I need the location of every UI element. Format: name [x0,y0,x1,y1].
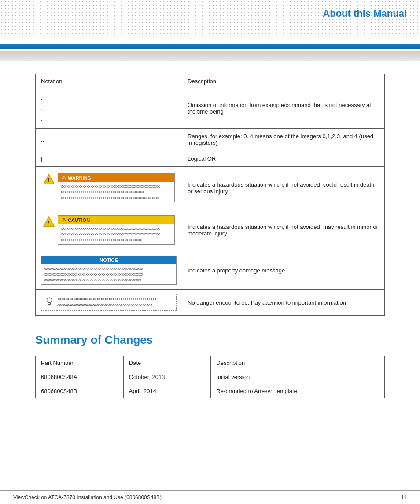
footer: ViewCheck on ATCA-7370 Installation and … [0,490,420,504]
tip-text: xxxxxxxxxxxxxxxxxxxxxxxxxxxxxxxxxxxxxxxx… [57,296,173,307]
notation-cell: .. [36,129,182,151]
notation-cell: ! ⚠ CAUTION xxxxxxxxxxxxxxxxxxxxxxxxxxxx… [36,209,182,251]
svg-line-8 [46,298,47,299]
svg-text:!: ! [48,219,50,226]
lightbulb-icon [44,296,55,309]
description-cell: Re-branded to Artesyn template. [211,384,385,398]
caution-icon-area: ! ⚠ CAUTION xxxxxxxxxxxxxxxxxxxxxxxxxxxx… [41,213,177,246]
date-col-header: Date [123,356,210,370]
table-row: | Logical OR [36,151,385,167]
table-row: .. Ranges, for example: 0..4 means one o… [36,129,385,151]
dots-notation: ... [41,93,177,124]
caution-content: ⚠ CAUTION xxxxxxxxxxxxxxxxxxxxxxxxxxxxxx… [58,215,175,245]
warning-content: ⚠ WARNING xxxxxxxxxxxxxxxxxxxxxxxxxxxxxx… [58,173,175,202]
part-number-cell: 6806800S48A [36,370,124,384]
notation-cell: | [36,151,182,167]
warning-text: xxxxxxxxxxxxxxxxxxxxxxxxxxxxxxxxxxxxxxxx… [61,184,160,199]
caution-triangle-icon: ! [43,215,55,228]
warning-header: ⚠ WARNING [58,173,174,182]
notation-cell: NOTICE xxxxxxxxxxxxxxxxxxxxxxxxxxxxxxxxx… [36,251,182,290]
warning-body: xxxxxxxxxxxxxxxxxxxxxxxxxxxxxxxxxxxxxxxx… [58,182,174,202]
part-number-col-header: Part Number [36,356,124,370]
page-title: About this Manual [323,8,407,19]
description-col-header: Description [182,74,385,88]
table-row: ! ⚠ WARNING xxxxxxxxxxxxxxxxxxxxxxxxxxxx… [36,167,385,209]
caution-text: xxxxxxxxxxxxxxxxxxxxxxxxxxxxxxxxxxxxxxxx… [61,226,160,242]
header: About this Manual [0,0,420,44]
table-row: ... Omission of information from example… [36,88,385,129]
svg-text:!: ! [48,177,50,184]
warning-label: WARNING [68,175,91,180]
description-cell: Ranges, for example: 0..4 means one of t… [182,129,385,151]
dotdot-notation: .. [41,136,44,143]
caution-header: ⚠ CAUTION [58,216,174,224]
part-number-cell: 6806800S48B [36,384,124,398]
footer-left-text: ViewCheck on ATCA-7370 Installation and … [13,494,162,500]
pipe-notation: | [41,155,42,162]
notation-table: Notation Description ... Omission of inf… [35,74,385,316]
warning-triangle-icon: ! [43,173,55,185]
description-cell: Initial version [211,370,385,384]
caution-triangle-small: ⚠ [62,217,66,223]
notation-cell: ... [36,88,182,129]
notation-cell: ! ⚠ WARNING xxxxxxxxxxxxxxxxxxxxxxxxxxxx… [36,167,182,209]
blue-bar [0,44,420,49]
description-cell: Indicates a hazardous situation which, i… [182,167,385,209]
description-col-header: Description [211,356,385,370]
table-row: 6806800S48B April, 2014 Re-branded to Ar… [36,384,385,398]
table-row: xxxxxxxxxxxxxxxxxxxxxxxxxxxxxxxxxxxxxxxx… [36,290,385,316]
description-cell: Indicates a property damage message [182,251,385,290]
notation-col-header: Notation [36,74,182,88]
notice-text: xxxxxxxxxxxxxxxxxxxxxxxxxxxxxxxxxxxxxxxx… [44,266,143,282]
notice-header: NOTICE [41,256,176,264]
description-cell: Omission of information from example/com… [182,88,385,129]
warning-triangle-small: ⚠ [62,175,66,180]
summary-section-title: Summary of Changes [35,333,385,347]
svg-point-4 [47,298,52,303]
warning-box: ⚠ WARNING xxxxxxxxxxxxxxxxxxxxxxxxxxxxxx… [58,173,175,202]
header-title-area: About this Manual [323,0,420,24]
tip-box: xxxxxxxxxxxxxxxxxxxxxxxxxxxxxxxxxxxxxxxx… [41,294,177,311]
description-cell: No danger encountered. Pay attention to … [182,290,385,316]
date-cell: October, 2013 [123,370,210,384]
notice-box: NOTICE xxxxxxxxxxxxxxxxxxxxxxxxxxxxxxxxx… [41,256,177,285]
main-content: Notation Description ... Omission of inf… [0,74,420,416]
notation-cell: xxxxxxxxxxxxxxxxxxxxxxxxxxxxxxxxxxxxxxxx… [36,290,182,316]
caution-label: CAUTION [68,217,90,223]
description-cell: Indicates a hazardous situation which, i… [182,209,385,251]
notice-body: xxxxxxxxxxxxxxxxxxxxxxxxxxxxxxxxxxxxxxxx… [41,264,176,284]
gray-bar [0,51,420,61]
svg-line-9 [52,298,52,299]
caution-box: ⚠ CAUTION xxxxxxxxxxxxxxxxxxxxxxxxxxxxxx… [58,215,175,245]
footer-page-number: 11 [401,494,407,500]
caution-body: xxxxxxxxxxxxxxxxxxxxxxxxxxxxxxxxxxxxxxxx… [58,224,174,244]
description-cell: Logical OR [182,151,385,167]
warning-icon-area: ! ⚠ WARNING xxxxxxxxxxxxxxxxxxxxxxxxxxxx… [41,171,177,204]
table-row: NOTICE xxxxxxxxxxxxxxxxxxxxxxxxxxxxxxxxx… [36,251,385,290]
table-row: 6806800S48A October, 2013 Initial versio… [36,370,385,384]
date-cell: April, 2014 [123,384,210,398]
changes-table: Part Number Date Description 6806800S48A… [35,356,385,398]
table-row: ! ⚠ CAUTION xxxxxxxxxxxxxxxxxxxxxxxxxxxx… [36,209,385,251]
